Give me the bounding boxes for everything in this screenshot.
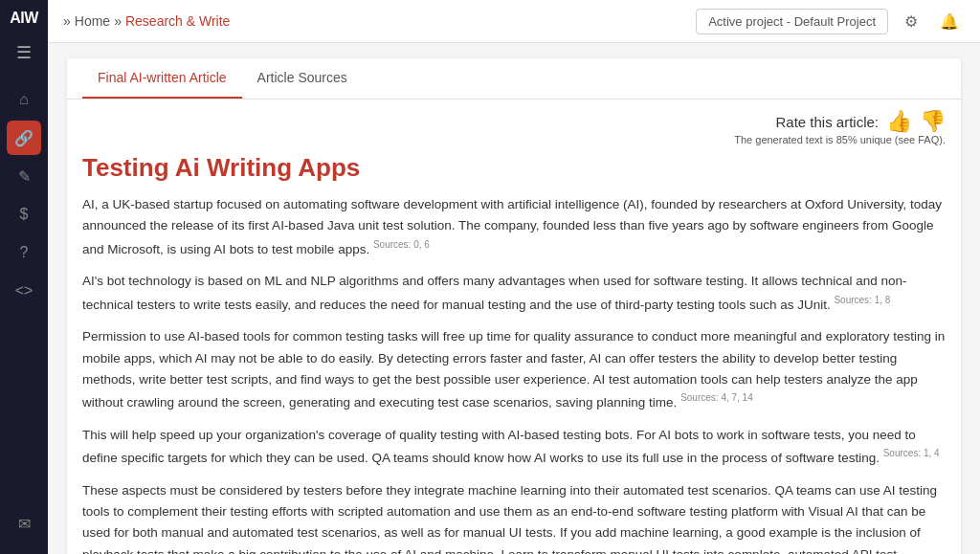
- sources-1: Sources: 0, 6: [373, 239, 430, 250]
- paragraph-1: AI, a UK-based startup focused on automa…: [82, 194, 946, 259]
- paragraph-5: These aspects must be considered by test…: [82, 480, 946, 554]
- paragraph-3: Permission to use AI-based tools for com…: [82, 326, 946, 413]
- thumbs-up-icon[interactable]: 👍: [886, 109, 912, 134]
- article-body: The generated text is 85% unique (see FA…: [67, 134, 961, 554]
- breadcrumb-separator: »: [63, 13, 71, 29]
- bell-icon[interactable]: 🔔: [934, 6, 965, 36]
- breadcrumb-home[interactable]: Home: [75, 13, 110, 29]
- sources-3: Sources: 4, 7, 14: [680, 392, 753, 403]
- sidebar-item-home[interactable]: ⌂: [7, 82, 41, 117]
- tab-article-sources[interactable]: Article Sources: [242, 58, 363, 99]
- gear-icon[interactable]: ⚙: [896, 6, 926, 36]
- tab-final-article[interactable]: Final AI-written Article: [82, 58, 242, 99]
- app-logo: AIW: [10, 10, 38, 27]
- sidebar-item-code[interactable]: <>: [7, 274, 41, 308]
- unique-note: The generated text is 85% unique (see FA…: [82, 134, 946, 145]
- breadcrumb-current: Research & Write: [125, 13, 230, 29]
- article-tabs: Final AI-written Article Article Sources: [67, 58, 961, 100]
- article-title: Testing Ai Writing Apps: [82, 153, 946, 183]
- sidebar-item-edit[interactable]: ✎: [7, 159, 41, 193]
- breadcrumb-separator2: »: [114, 13, 122, 29]
- article-card: Final AI-written Article Article Sources…: [67, 58, 961, 554]
- rate-label: Rate this article:: [775, 114, 879, 130]
- paragraph-4: This will help speed up your organizatio…: [82, 425, 946, 469]
- thumbs-down-icon[interactable]: 👎: [920, 109, 946, 134]
- content-area: Final AI-written Article Article Sources…: [48, 43, 980, 554]
- sidebar-item-question[interactable]: ?: [7, 235, 41, 270]
- rate-bar: Rate this article: 👍 👎: [67, 100, 961, 134]
- hamburger-menu[interactable]: ☰: [16, 42, 32, 63]
- sidebar: AIW ☰ ⌂ 🔗 ✎ $ ? <> ✉: [0, 0, 48, 554]
- breadcrumb: » Home » Research & Write: [63, 13, 230, 29]
- project-button[interactable]: Active project - Default Project: [696, 9, 888, 34]
- sidebar-item-mail[interactable]: ✉: [7, 506, 41, 541]
- sidebar-item-dollar[interactable]: $: [7, 197, 41, 232]
- topbar: » Home » Research & Write Active project…: [48, 0, 980, 43]
- sources-2: Sources: 1, 8: [834, 295, 890, 305]
- main-area: » Home » Research & Write Active project…: [48, 0, 980, 554]
- sources-4: Sources: 1, 4: [883, 448, 940, 458]
- sidebar-item-link[interactable]: 🔗: [7, 121, 41, 155]
- paragraph-2: AI's bot technology is based on ML and N…: [82, 271, 946, 315]
